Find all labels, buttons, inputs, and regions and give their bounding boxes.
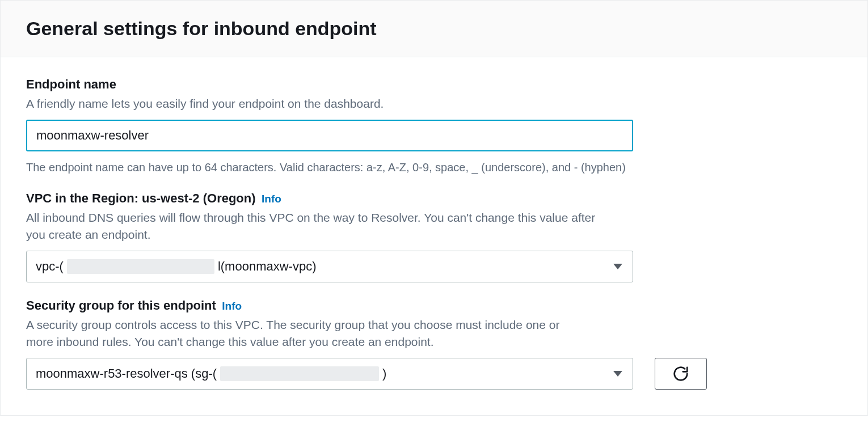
sg-id-redacted [220, 366, 379, 381]
endpoint-name-group: Endpoint name A friendly name lets you e… [26, 77, 842, 175]
endpoint-name-description: A friendly name lets you easily find you… [26, 95, 616, 112]
endpoint-name-input[interactable] [26, 120, 633, 151]
vpc-value-suffix: (moonmaxw-vpc) [221, 259, 317, 274]
vpc-label: VPC in the Region: us-west-2 (Oregon) [26, 191, 256, 205]
refresh-button[interactable] [655, 358, 707, 390]
endpoint-name-constraint: The endpoint name can have up to 64 char… [26, 159, 842, 175]
sg-value-prefix: moonmaxw-r53-resolver-qs (sg-( [36, 366, 217, 381]
security-group-info-link[interactable]: Info [222, 300, 242, 312]
vpc-info-link[interactable]: Info [262, 193, 281, 205]
security-group-select[interactable]: moonmaxw-r53-resolver-qs (sg-( ) [26, 358, 633, 390]
vpc-value-prefix: vpc-( [36, 259, 64, 274]
chevron-down-icon [613, 264, 622, 269]
endpoint-name-label: Endpoint name [26, 77, 116, 91]
security-group-label: Security group for this endpoint [26, 298, 216, 312]
vpc-group: VPC in the Region: us-west-2 (Oregon) In… [26, 191, 842, 282]
vpc-select[interactable]: vpc-( l (moonmaxw-vpc) [26, 251, 633, 282]
vpc-description: All inbound DNS queries will flow throug… [26, 209, 616, 243]
vpc-id-redacted [67, 259, 214, 274]
security-group-select-wrap: moonmaxw-r53-resolver-qs (sg-( ) [26, 358, 633, 390]
security-group-description: A security group controls access to this… [26, 316, 571, 350]
security-group-row: moonmaxw-r53-resolver-qs (sg-( ) [26, 358, 842, 390]
refresh-icon [672, 365, 689, 382]
sg-value-suffix: ) [382, 366, 386, 381]
panel-header: General settings for inbound endpoint [1, 1, 867, 57]
chevron-down-icon [613, 371, 622, 377]
settings-panel: General settings for inbound endpoint En… [0, 0, 868, 416]
panel-body: Endpoint name A friendly name lets you e… [1, 57, 867, 415]
vpc-select-wrap: vpc-( l (moonmaxw-vpc) [26, 251, 633, 282]
security-group-group: Security group for this endpoint Info A … [26, 298, 842, 390]
panel-title: General settings for inbound endpoint [26, 18, 842, 40]
